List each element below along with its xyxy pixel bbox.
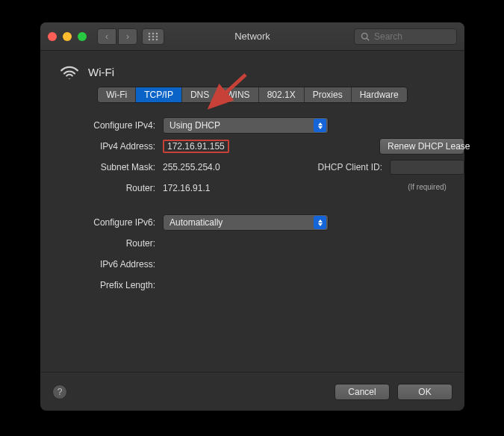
dhcp-client-id-input[interactable] xyxy=(390,160,464,175)
interface-name: Wi-Fi xyxy=(88,66,114,78)
chevron-right-icon: › xyxy=(126,31,129,42)
prefix-length-label: Prefix Length: xyxy=(58,280,155,290)
titlebar: ‹ › Network xyxy=(40,22,464,51)
ipv6-router-label: Router: xyxy=(58,238,155,249)
panel-header: Wi-Fi xyxy=(40,51,464,85)
svg-point-3 xyxy=(149,35,151,37)
tab-dns[interactable]: DNS xyxy=(182,87,218,102)
if-required-caption: (If required) xyxy=(390,183,464,191)
back-button[interactable]: ‹ xyxy=(97,28,116,45)
configure-ipv4-label: Configure IPv4: xyxy=(58,120,155,131)
ipv4-address-label: IPv4 Address: xyxy=(58,141,155,152)
help-icon: ? xyxy=(57,387,63,397)
forward-button[interactable]: › xyxy=(118,28,137,45)
svg-line-10 xyxy=(367,38,369,40)
svg-point-2 xyxy=(156,32,158,34)
tab-hardware[interactable]: Hardware xyxy=(352,87,407,102)
svg-point-0 xyxy=(149,32,151,34)
zoom-window-button[interactable] xyxy=(78,32,87,41)
show-all-button[interactable] xyxy=(142,28,164,45)
configure-ipv6-select[interactable]: Automatically xyxy=(163,214,329,231)
grid-icon xyxy=(148,32,158,41)
svg-point-8 xyxy=(156,38,158,40)
tab-8021x[interactable]: 802.1X xyxy=(259,87,305,102)
subnet-mask-label: Subnet Mask: xyxy=(58,162,155,172)
svg-point-5 xyxy=(156,35,158,37)
ipv4-router-label: Router: xyxy=(58,183,155,193)
configure-ipv4-value: Using DHCP xyxy=(169,120,220,131)
cancel-button[interactable]: Cancel xyxy=(335,384,390,400)
svg-point-4 xyxy=(152,35,155,37)
close-window-button[interactable] xyxy=(48,32,57,41)
window-controls xyxy=(48,32,87,41)
renew-dhcp-lease-button[interactable]: Renew DHCP Lease xyxy=(379,138,464,155)
updown-arrows-icon xyxy=(314,119,326,132)
tcpip-panel: Configure IPv4: Using DHCP IPv4 Address:… xyxy=(40,110,464,372)
tab-proxies[interactable]: Proxies xyxy=(305,87,352,102)
help-button[interactable]: ? xyxy=(52,384,67,399)
tab-wifi[interactable]: Wi-Fi xyxy=(98,87,136,102)
ipv6-address-label: IPv6 Address: xyxy=(58,259,155,270)
tabbar: Wi-Fi TCP/IP DNS WINS 802.1X Proxies Har… xyxy=(40,85,464,110)
search-icon xyxy=(361,32,370,41)
ipv4-router-value: 172.16.91.1 xyxy=(163,183,284,193)
svg-point-1 xyxy=(152,32,155,34)
configure-ipv6-value: Automatically xyxy=(169,217,223,228)
svg-point-6 xyxy=(149,38,151,40)
ok-button[interactable]: OK xyxy=(397,384,452,400)
search-field-wrap[interactable] xyxy=(354,28,457,45)
nav-buttons: ‹ › xyxy=(97,28,137,45)
ipv4-address-value: 172.16.91.155 xyxy=(163,140,229,153)
updown-arrows-icon xyxy=(314,216,326,229)
chevron-left-icon: ‹ xyxy=(105,31,108,42)
subnet-mask-value: 255.255.254.0 xyxy=(163,162,284,172)
svg-point-7 xyxy=(152,38,155,40)
wifi-icon xyxy=(60,64,79,79)
minimize-window-button[interactable] xyxy=(63,32,72,41)
network-preferences-window: ‹ › Network xyxy=(40,22,464,411)
svg-point-9 xyxy=(362,33,368,39)
dhcp-client-id-label: DHCP Client ID: xyxy=(291,162,382,172)
tab-tcpip[interactable]: TCP/IP xyxy=(136,87,182,102)
footer: ? Cancel OK xyxy=(40,372,464,411)
search-input[interactable] xyxy=(374,31,450,42)
configure-ipv6-label: Configure IPv6: xyxy=(58,217,155,228)
tab-wins[interactable]: WINS xyxy=(218,87,258,102)
configure-ipv4-select[interactable]: Using DHCP xyxy=(163,117,329,134)
